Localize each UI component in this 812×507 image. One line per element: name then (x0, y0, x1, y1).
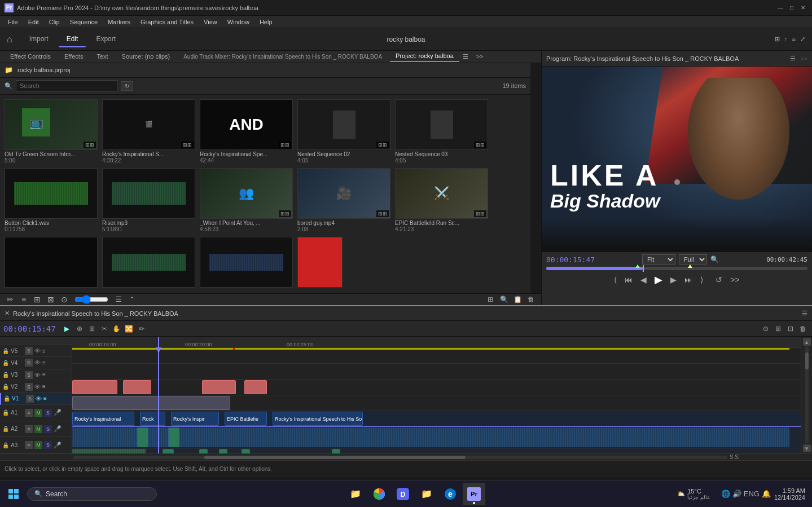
list-item[interactable]: Rocky's Inspirational (72, 412, 134, 426)
taskbar-app-discord[interactable]: D (392, 483, 414, 505)
next-frame-button[interactable]: ▶ (668, 274, 679, 285)
language-tray-label[interactable]: ENG (744, 490, 760, 498)
tab-project[interactable]: Project: rocky balboa (390, 51, 459, 62)
play-button[interactable]: ▶ (652, 272, 665, 287)
list-item[interactable]: 🎬 ⊞⊞ Rocky's Inspirational S... 4:38:22 (102, 99, 195, 164)
program-expand-icon[interactable]: >> (800, 55, 807, 62)
list-item[interactable] (72, 380, 117, 394)
refresh-button[interactable]: ↻ (121, 81, 133, 91)
lock-a3-icon[interactable]: 🔒 (2, 442, 9, 448)
eye-v1-icon[interactable]: 👁 (36, 395, 42, 402)
list-item[interactable] (199, 449, 208, 453)
solo-a2[interactable]: S (44, 425, 52, 433)
freeform-view-button[interactable]: ⊠ (45, 294, 56, 305)
tool-razor[interactable]: ✂ (99, 323, 110, 334)
workspace-icon[interactable]: ⊞ (775, 36, 780, 43)
tab-import[interactable]: Import (21, 32, 56, 47)
solo-v4-icon[interactable]: ≡ (42, 360, 46, 366)
taskbar-app-folder[interactable]: 📁 (415, 483, 438, 505)
tool-pen[interactable]: ✏ (136, 323, 147, 334)
eye-v3-icon[interactable]: 👁 (34, 372, 41, 378)
tool-hand[interactable]: ✋ (111, 323, 122, 334)
new-item-button[interactable]: ✏ (5, 294, 16, 305)
solo-a3[interactable]: S (44, 441, 52, 449)
list-item[interactable]: Riser.mp3 5:11891 (102, 168, 195, 232)
maximize-button[interactable]: □ (787, 3, 796, 12)
track-v3[interactable] (72, 380, 801, 395)
menu-graphics[interactable]: Graphics and Titles (136, 17, 198, 27)
mute-a2[interactable]: M (34, 425, 42, 433)
list-item[interactable]: Rock (140, 412, 165, 426)
list-item[interactable]: Rocky's Inspirational Speech to His So (273, 412, 363, 426)
lock-v5-icon[interactable]: 🔒 (2, 348, 9, 354)
lock-a2-icon[interactable]: 🔒 (2, 426, 9, 432)
settings-panel-button[interactable]: ☰ (113, 294, 124, 305)
sort-button[interactable]: ⊙ (59, 294, 70, 305)
home-button[interactable]: ⌂ (7, 34, 12, 45)
zoom-slider[interactable] (74, 295, 108, 304)
lock-a1-icon[interactable]: 🔒 (2, 409, 9, 416)
mark-out-button[interactable]: ⟩ (698, 274, 705, 285)
notifications-icon[interactable]: 🔔 (762, 490, 771, 498)
tab-effect-controls[interactable]: Effect Controls (5, 51, 56, 61)
mic-a2-icon[interactable]: 🎤 (54, 425, 62, 433)
track-a2[interactable] (72, 448, 801, 453)
list-item[interactable]: ⊞⊞ Nested Sequence 02 4:05 (297, 99, 390, 164)
list-item[interactable] (200, 237, 293, 289)
program-timecode[interactable]: 00:00:15:47 (546, 255, 595, 264)
list-item[interactable] (137, 427, 148, 447)
list-item[interactable] (168, 427, 179, 447)
menu-help[interactable]: Help (255, 17, 277, 27)
sync-v4[interactable]: S (25, 359, 33, 367)
list-item[interactable] (163, 449, 174, 453)
taskbar-app-chrome[interactable] (368, 483, 390, 505)
lock-v3-icon[interactable]: 🔒 (2, 372, 9, 378)
scroll-down-button[interactable]: ▼ (803, 444, 811, 452)
mute-a1[interactable]: M (34, 409, 42, 417)
track-a2-collapse[interactable]: ≡ (25, 425, 33, 433)
menu-window[interactable]: Window (223, 17, 254, 27)
solo-v3-icon[interactable]: ≡ (42, 372, 46, 378)
mute-a3[interactable]: M (34, 441, 42, 449)
sync-v5[interactable]: S (25, 347, 33, 355)
list-view-button[interactable]: ≡ (18, 294, 29, 305)
list-item[interactable]: 👥 ⊞⊞ _When I Point At You, ... 4:58:23 (200, 168, 293, 232)
minimize-button[interactable]: — (776, 3, 785, 12)
lock-v1-icon[interactable]: 🔒 (3, 395, 10, 402)
snap-button[interactable]: ⊙ (760, 323, 771, 334)
tool-ripple[interactable]: ⊕ (74, 323, 85, 334)
zoom-in[interactable]: 🔍 (498, 294, 510, 305)
eye-v4-icon[interactable]: 👁 (34, 359, 41, 366)
solo-v5-icon[interactable]: ≡ (42, 348, 46, 354)
tool-select[interactable]: ▶ (62, 323, 73, 334)
close-button[interactable]: ✕ (798, 3, 807, 12)
menu-view[interactable]: View (199, 17, 222, 27)
network-tray-icon[interactable]: 🌐 (721, 490, 730, 498)
tool-linked[interactable]: ⊞ (86, 323, 98, 334)
solo-v2-icon[interactable]: ≡ (42, 383, 46, 390)
list-item[interactable] (297, 237, 343, 289)
list-item[interactable]: EPIC Battlefie (225, 412, 267, 426)
sync-v1[interactable]: S (26, 395, 34, 403)
project-search-input[interactable] (16, 80, 117, 91)
menu-markers[interactable]: Markers (103, 17, 135, 27)
list-item[interactable] (242, 449, 250, 453)
zoom-icon[interactable]: 🔍 (710, 255, 719, 263)
tool-text[interactable]: 🔀 (124, 323, 135, 334)
delete-button[interactable]: 🗑 (525, 294, 537, 305)
delete-clips-button[interactable]: 🗑 (797, 323, 809, 334)
track-v1[interactable]: Rocky's Inspirational Rock Rocky's Inspi… (72, 411, 801, 427)
program-menu-icon[interactable]: ☰ (790, 55, 796, 62)
lock-v4-icon[interactable]: 🔒 (2, 360, 9, 366)
sync-v2[interactable]: S (25, 383, 33, 391)
panel-files[interactable]: 📋 (512, 294, 523, 305)
expand-panel-button[interactable]: ⌃ (126, 294, 138, 305)
taskbar-search-bar[interactable]: 🔍 Search (27, 487, 157, 501)
track-a1[interactable] (72, 427, 801, 448)
list-item[interactable] (219, 449, 227, 453)
eye-v2-icon[interactable]: 👁 (34, 383, 41, 390)
list-item[interactable] (332, 449, 340, 453)
list-item[interactable]: 🎥 ⊞⊞ bored guy.mp4 2:08 (297, 168, 390, 232)
fit-select[interactable]: Fit25%50%100% (642, 254, 675, 264)
list-item[interactable]: AND ⊞⊞ Rocky's Inspirational Spe... 42:4… (200, 99, 293, 164)
